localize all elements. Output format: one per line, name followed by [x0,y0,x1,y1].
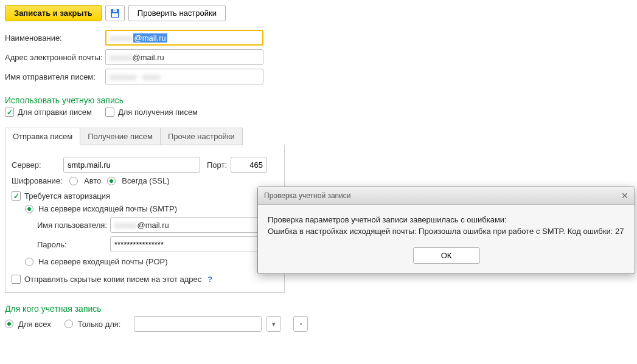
sender-field[interactable]: xxxxxx xxxx [105,69,263,84]
bcc-self-label: Отправлять скрытые копии писем на этот а… [24,275,201,284]
for-receiving-label: Для получения писем [118,108,198,117]
for-sending-checkbox[interactable] [5,108,14,117]
dialog-text-line1: Проверка параметров учетной записи завер… [268,215,625,226]
port-input[interactable] [231,157,267,173]
login-input[interactable]: xxxxx @mail.ru [110,217,262,233]
help-icon[interactable]: ? [207,275,212,284]
name-masked-part: xxxxx [110,33,133,43]
auth-required-checkbox[interactable] [12,191,21,201]
email-masked-part: xxxxx [110,53,133,62]
svg-rect-2 [112,13,118,17]
only-for-open-button[interactable]: ▫ [293,316,308,332]
dialog-ok-button[interactable]: ОК [413,247,480,264]
encryption-ssl-label: Всегда (SSL) [122,176,169,185]
password-input[interactable] [110,236,262,252]
encryption-auto-radio[interactable] [69,177,78,185]
only-for-radio[interactable] [64,320,73,328]
only-for-label: Только для: [78,320,121,329]
for-all-label: Для всех [18,320,51,329]
auth-smtp-radio[interactable] [25,205,33,213]
toolbar: Записать и закрыть Проверить настройки [5,5,632,21]
tab-other[interactable]: Прочие настройки [161,128,243,145]
name-value-selected: @mail.ru [133,33,167,43]
use-account-title: Использовать учетную запись [5,95,632,105]
auth-smtp-label: На сервере исходящей почты (SMTP) [38,204,177,213]
encryption-label: Шифрование: [12,176,63,185]
name-label: Наименование: [5,33,105,43]
login-masked-part: xxxxx [114,221,137,230]
login-label: Имя пользователя: [37,221,110,230]
email-value: @mail.ru [133,53,164,62]
sender-label: Имя отправителя писем: [5,72,105,81]
email-field[interactable]: xxxxx @mail.ru [105,49,263,65]
close-icon: ✕ [621,191,628,201]
dialog-text-line2: Ошибка в настройках исходящей почты: Про… [268,226,625,238]
auth-pop-radio[interactable] [25,258,33,266]
for-sending-label: Для отправки писем [18,108,92,117]
password-label: Пароль: [37,240,110,249]
only-for-input[interactable] [134,316,262,332]
tab-receive[interactable]: Получение писем [80,128,161,145]
error-dialog: Проверка учетной записи ✕ Проверка парам… [257,187,635,274]
port-label: Порт: [200,160,231,170]
encryption-auto-label: Авто [84,176,101,185]
login-value: @mail.ru [137,221,169,230]
for-all-radio[interactable] [5,320,13,328]
name-field[interactable]: xxxxx @mail.ru [105,30,263,46]
for-receiving-checkbox[interactable] [105,108,114,117]
floppy-icon [110,9,120,18]
bcc-self-checkbox[interactable] [12,275,21,284]
save-and-close-button[interactable]: Записать и закрыть [5,5,102,21]
open-list-icon: ▫ [300,320,302,328]
tab-panel-send: Сервер: Порт: Шифрование: Авто Всегда (S… [5,145,285,293]
dialog-close-button[interactable]: ✕ [621,191,628,201]
auth-pop-label: На сервере входящей почты (POP) [38,257,168,266]
server-label: Сервер: [12,160,63,170]
save-icon-button[interactable] [105,5,125,21]
encryption-ssl-radio[interactable] [107,177,116,185]
server-input[interactable] [63,157,200,173]
sender-masked-part: xxxxxx xxxx [110,72,161,81]
tab-bar: Отправка писем Получение писем Прочие на… [5,128,632,145]
dialog-title: Проверка учетной записи [264,191,351,200]
email-label: Адрес электронной почты: [5,53,105,62]
chevron-down-icon: ▾ [272,320,276,328]
svg-rect-1 [113,9,117,12]
tab-send[interactable]: Отправка писем [5,128,80,145]
auth-required-label: Требуется авторизация [24,191,110,201]
for-whom-title: Для кого учетная запись [5,304,632,314]
check-settings-button[interactable]: Проверить настройки [128,5,226,21]
only-for-dropdown-button[interactable]: ▾ [266,316,281,332]
